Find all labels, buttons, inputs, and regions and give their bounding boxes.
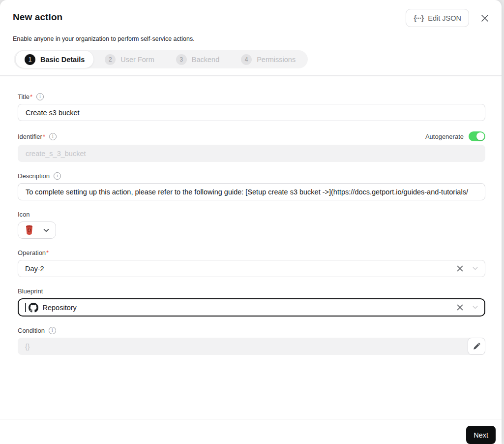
tab-backend[interactable]: 3 Backend bbox=[165, 50, 230, 68]
identifier-field: Identifier* i Autogenerate bbox=[18, 131, 485, 162]
condition-label: Condition bbox=[18, 327, 45, 334]
required-asterisk: * bbox=[30, 93, 32, 100]
icon-field: Icon bbox=[18, 211, 485, 239]
condition-field: Condition i {} bbox=[18, 327, 485, 355]
tab-basic-details[interactable]: 1 Basic Details bbox=[15, 50, 94, 68]
autogenerate-toggle[interactable] bbox=[469, 131, 485, 141]
clear-x-icon bbox=[457, 304, 463, 311]
identifier-label: Identifier* bbox=[18, 133, 45, 140]
chevron-down-icon[interactable] bbox=[473, 306, 478, 309]
pencil-icon bbox=[473, 343, 480, 350]
modal-footer: Next bbox=[0, 419, 502, 444]
blueprint-select[interactable]: Repository bbox=[18, 298, 485, 317]
step-number: 3 bbox=[176, 54, 187, 65]
identifier-input bbox=[18, 145, 485, 162]
icon-label: Icon bbox=[18, 211, 30, 218]
step-label: User Form bbox=[120, 56, 154, 63]
text-caret bbox=[25, 303, 26, 312]
toggle-knob bbox=[476, 132, 484, 140]
clear-operation-button[interactable] bbox=[456, 264, 464, 273]
form-body: Title* i Identifier* i Autogenerate bbox=[0, 76, 502, 419]
operation-value: Day-2 bbox=[25, 265, 44, 273]
step-number: 4 bbox=[241, 54, 252, 65]
condition-placeholder: {} bbox=[25, 343, 30, 350]
step-number: 2 bbox=[105, 54, 116, 65]
aws-s3-bucket-icon bbox=[25, 225, 34, 235]
info-icon[interactable]: i bbox=[54, 172, 61, 180]
page-title: New action bbox=[13, 12, 62, 23]
description-label: Description bbox=[18, 172, 50, 180]
clear-blueprint-button[interactable] bbox=[456, 303, 464, 312]
chevron-down-icon[interactable] bbox=[473, 267, 478, 270]
modal-subtitle: Enable anyone in your organization to pe… bbox=[13, 35, 492, 42]
info-icon[interactable]: i bbox=[49, 327, 56, 334]
close-button[interactable] bbox=[478, 11, 492, 25]
title-label: Title* bbox=[18, 93, 32, 100]
github-icon bbox=[29, 303, 38, 313]
new-action-modal: New action {···} Edit JSON Enable anyone… bbox=[0, 0, 502, 444]
next-button[interactable]: Next bbox=[466, 426, 496, 444]
title-input[interactable] bbox=[18, 104, 485, 121]
step-label: Permissions bbox=[257, 56, 296, 63]
modal-header: New action {···} Edit JSON Enable anyone… bbox=[0, 0, 502, 76]
condition-input: {} bbox=[18, 338, 485, 355]
step-label: Backend bbox=[192, 56, 219, 63]
tab-user-form[interactable]: 2 User Form bbox=[94, 50, 165, 68]
json-braces-icon: {···} bbox=[414, 14, 423, 22]
operation-label: Operation* bbox=[18, 249, 49, 256]
autogenerate-label: Autogenerate bbox=[425, 133, 464, 140]
description-input[interactable] bbox=[18, 183, 485, 200]
operation-field: Operation* Day-2 bbox=[18, 249, 485, 277]
blueprint-value: Repository bbox=[43, 304, 77, 312]
icon-dropdown[interactable] bbox=[18, 222, 56, 239]
clear-x-icon bbox=[457, 265, 463, 272]
edit-json-button[interactable]: {···} Edit JSON bbox=[406, 9, 469, 27]
step-number: 1 bbox=[25, 54, 35, 65]
step-label: Basic Details bbox=[40, 56, 85, 63]
required-asterisk: * bbox=[46, 249, 49, 256]
close-icon bbox=[481, 14, 489, 22]
title-field: Title* i bbox=[18, 93, 485, 121]
info-icon[interactable]: i bbox=[49, 133, 57, 140]
chevron-down-icon bbox=[43, 228, 49, 232]
info-icon[interactable]: i bbox=[36, 93, 44, 100]
operation-select[interactable]: Day-2 bbox=[18, 260, 485, 277]
required-asterisk: * bbox=[43, 133, 45, 140]
stepper: 1 Basic Details 2 User Form 3 Backend 4 … bbox=[14, 50, 308, 68]
edit-condition-button[interactable] bbox=[468, 338, 485, 355]
tab-permissions[interactable]: 4 Permissions bbox=[230, 50, 306, 68]
edit-json-label: Edit JSON bbox=[428, 14, 461, 22]
blueprint-label: Blueprint bbox=[18, 287, 43, 295]
blueprint-field: Blueprint Repository bbox=[18, 287, 485, 317]
description-field: Description i bbox=[18, 172, 485, 200]
